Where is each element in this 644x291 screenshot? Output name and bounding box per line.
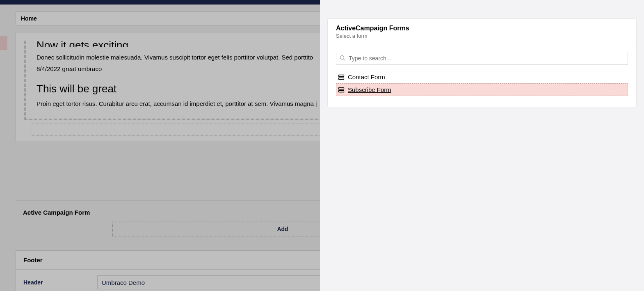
- panel-title: ActiveCampaign Forms: [336, 25, 628, 32]
- tree-active-marker: [0, 36, 7, 50]
- svg-rect-3: [339, 78, 344, 79]
- add-form-button-label: Add: [277, 226, 288, 232]
- tab-home[interactable]: Home: [16, 15, 42, 22]
- svg-line-1: [344, 59, 345, 61]
- form-picker: ActiveCampaign Forms Select a form: [327, 18, 637, 107]
- svg-rect-5: [339, 90, 344, 92]
- form-item-contact[interactable]: Contact Form: [336, 71, 628, 83]
- svg-rect-4: [339, 87, 344, 89]
- footer-header-label: Header: [23, 279, 97, 286]
- form-icon: [338, 74, 345, 80]
- left-gutter: [0, 5, 8, 291]
- svg-point-0: [340, 56, 344, 60]
- search-input[interactable]: [336, 52, 628, 65]
- form-item-subscribe[interactable]: Subscribe Form: [336, 83, 628, 96]
- side-panel: ActiveCampaign Forms Select a form: [320, 0, 644, 291]
- search-icon: [340, 55, 345, 61]
- svg-rect-2: [339, 75, 344, 76]
- panel-subtitle: Select a form: [336, 33, 628, 39]
- form-item-label: Contact Form: [348, 73, 385, 80]
- form-item-label: Subscribe Form: [348, 86, 391, 93]
- form-icon: [338, 87, 345, 93]
